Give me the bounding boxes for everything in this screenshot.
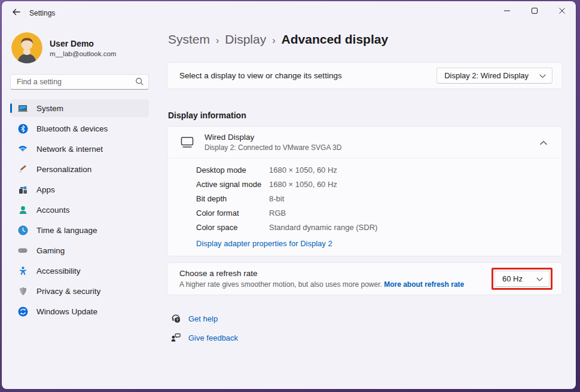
refresh-rate-dropdown[interactable]: 60 Hz: [494, 271, 550, 287]
svg-text:?: ?: [176, 318, 179, 322]
detail-row: Color format RGB: [196, 209, 550, 218]
chevron-down-icon: [536, 274, 543, 283]
sidebar-item-time-language[interactable]: Time & language: [10, 221, 149, 239]
get-help-link[interactable]: ? Get help: [170, 313, 563, 324]
breadcrumb-separator: ›: [272, 35, 275, 46]
close-button[interactable]: [548, 1, 576, 22]
sidebar-item-system[interactable]: System: [10, 99, 149, 117]
refresh-rate-title: Choose a refresh rate: [179, 269, 464, 278]
breadcrumb-separator: ›: [216, 35, 219, 46]
refresh-rate-highlight-annotation: 60 Hz: [492, 268, 552, 290]
display-information-card: Wired Display Display 2: Connected to VM…: [167, 126, 563, 256]
detail-label: Desktop mode: [196, 166, 269, 174]
give-feedback-link[interactable]: Give feedback: [170, 332, 563, 343]
breadcrumb: System › Display › Advanced display: [168, 32, 563, 47]
give-feedback-label: Give feedback: [188, 333, 238, 342]
detail-row: Active signal mode 1680 × 1050, 60 Hz: [196, 180, 550, 189]
detail-label: Color format: [196, 209, 269, 218]
sidebar-item-label: Network & internet: [36, 145, 103, 154]
detail-value: 1680 × 1050, 60 Hz: [269, 166, 337, 174]
accessibility-icon: [17, 265, 28, 276]
detail-label: Color space: [196, 223, 269, 232]
detail-value: 8-bit: [269, 194, 284, 203]
gaming-icon: [17, 245, 28, 256]
refresh-rate-card: Choose a refresh rate A higher rate give…: [167, 262, 563, 295]
settings-window: Settings: [2, 1, 576, 389]
monitor-icon: [179, 136, 195, 149]
system-icon: [17, 103, 28, 114]
back-button[interactable]: [7, 5, 26, 22]
page-title: Advanced display: [282, 32, 389, 47]
sidebar-item-windows-update[interactable]: Windows Update: [10, 302, 149, 320]
titlebar: Settings: [2, 1, 576, 25]
search-input[interactable]: [10, 74, 149, 90]
back-arrow-icon: [11, 7, 21, 19]
accounts-icon: [17, 204, 28, 215]
sidebar-item-accessibility[interactable]: Accessibility: [10, 262, 149, 280]
maximize-icon: [531, 6, 538, 17]
chevron-up-icon: [540, 137, 547, 148]
device-name: Wired Display: [204, 133, 535, 142]
sidebar-item-label: Accessibility: [36, 267, 81, 275]
display-details: Desktop mode 1680 × 1050, 60 Hz Active s…: [167, 158, 562, 256]
display-selector-value: Display 2: Wired Display: [444, 71, 529, 80]
get-help-icon: ?: [170, 313, 181, 324]
sidebar-item-label: Accounts: [36, 206, 70, 215]
time-language-icon: [17, 225, 28, 235]
sidebar-item-bluetooth-devices[interactable]: Bluetooth & devices: [10, 120, 149, 137]
section-title-display-information: Display information: [168, 111, 563, 120]
sidebar-item-label: Personalization: [36, 165, 91, 174]
detail-value: RGB: [269, 209, 286, 218]
user-email: m__lab@outlook.com: [50, 50, 116, 57]
sidebar-item-personalization[interactable]: Personalization: [10, 160, 149, 178]
search-icon: [135, 77, 144, 88]
detail-row: Color space Standard dynamic range (SDR): [196, 223, 550, 232]
sidebar-item-label: Apps: [36, 185, 55, 194]
sidebar-item-privacy-security[interactable]: Privacy & security: [10, 282, 149, 300]
display-selector-dropdown[interactable]: Display 2: Wired Display: [436, 68, 552, 84]
sidebar-item-label: Privacy & security: [36, 287, 100, 296]
chevron-down-icon: [539, 71, 546, 80]
display-adapter-properties-link[interactable]: Display adapter properties for Display 2: [196, 239, 332, 248]
window-title: Settings: [29, 9, 55, 17]
sidebar: User Demo m__lab@outlook.com System: [2, 25, 157, 389]
display-selector-card: Select a display to view or change its s…: [167, 62, 563, 89]
minimize-icon: [503, 6, 511, 17]
privacy-security-icon: [17, 286, 28, 296]
avatar: [11, 32, 42, 63]
minimize-button[interactable]: [493, 1, 521, 22]
device-header: Wired Display Display 2: Connected to VM…: [167, 127, 562, 158]
sidebar-item-label: Windows Update: [36, 307, 97, 316]
refresh-rate-description: A higher rate gives smoother motion, but…: [179, 280, 464, 289]
apps-icon: [17, 184, 28, 195]
window-controls: [493, 1, 576, 22]
detail-value: Standard dynamic range (SDR): [269, 223, 377, 232]
search-box: [10, 74, 149, 90]
sidebar-item-label: Gaming: [36, 246, 65, 255]
sidebar-item-gaming[interactable]: Gaming: [10, 241, 149, 259]
sidebar-item-label: Time & language: [36, 226, 97, 235]
user-profile[interactable]: User Demo m__lab@outlook.com: [11, 32, 149, 63]
detail-value: 1680 × 1050, 60 Hz: [269, 180, 337, 189]
main-content: System › Display › Advanced display Sele…: [157, 25, 576, 389]
get-help-label: Get help: [188, 314, 218, 323]
network-icon: [17, 143, 28, 154]
display-selector-label: Select a display to view or change its s…: [179, 71, 342, 80]
detail-label: Bit depth: [196, 194, 269, 203]
bluetooth-icon: [17, 123, 28, 134]
sidebar-item-apps[interactable]: Apps: [10, 180, 149, 198]
detail-row: Desktop mode 1680 × 1050, 60 Hz: [196, 166, 550, 174]
collapse-button[interactable]: [535, 133, 552, 151]
breadcrumb-system[interactable]: System: [168, 32, 210, 47]
sidebar-item-accounts[interactable]: Accounts: [10, 201, 149, 219]
maximize-button[interactable]: [521, 1, 548, 22]
sidebar-item-label: Bluetooth & devices: [36, 124, 108, 133]
close-icon: [558, 6, 566, 17]
sidebar-nav: System Bluetooth & devices Network & int…: [10, 99, 149, 320]
breadcrumb-display[interactable]: Display: [225, 32, 266, 47]
refresh-rate-value: 60 Hz: [502, 274, 523, 283]
detail-label: Active signal mode: [196, 180, 269, 189]
sidebar-item-network-internet[interactable]: Network & internet: [10, 140, 149, 158]
windows-update-icon: [17, 306, 28, 317]
more-about-refresh-rate-link[interactable]: More about refresh rate: [384, 280, 464, 289]
